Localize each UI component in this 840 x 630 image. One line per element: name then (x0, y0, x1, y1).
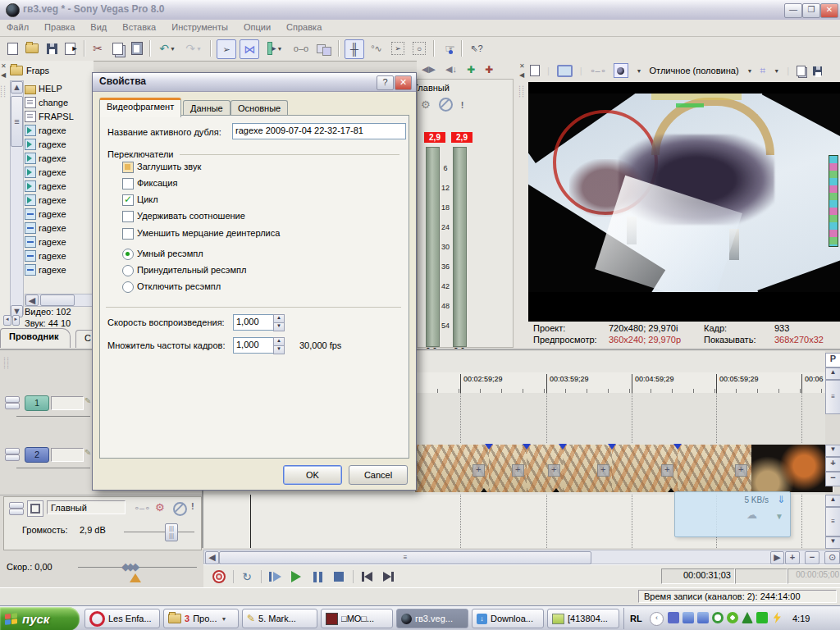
copy-icon[interactable] (108, 39, 126, 57)
end-time-display[interactable]: 00:00:05;00 (788, 568, 840, 584)
selection-time-display[interactable] (735, 568, 788, 584)
checkbox-loop-label[interactable]: Цикл (137, 194, 158, 204)
radio-force-resample[interactable] (122, 265, 134, 276)
edit-cursor[interactable] (250, 495, 251, 548)
list-item[interactable]: ragexe (25, 180, 92, 193)
close-button[interactable]: ✕ (820, 3, 838, 18)
framerate-mult-input[interactable]: 1,000 (233, 337, 274, 354)
marker-tool-button[interactable]: P (825, 353, 840, 368)
go-start-button[interactable] (358, 568, 376, 585)
chevron-down-icon[interactable]: ▼ (747, 68, 753, 74)
tray-network-icon[interactable] (697, 612, 709, 623)
pan-crop-icon[interactable] (548, 464, 560, 477)
checkbox-mute-label[interactable]: Заглушить звук (137, 162, 201, 171)
undo-icon[interactable]: ↶▼ (156, 39, 179, 57)
list-item[interactable]: ragexe (25, 138, 92, 151)
menu-view[interactable]: Вид (84, 20, 113, 32)
chevron-down-icon[interactable]: ▼ (774, 68, 779, 74)
track-name-field[interactable] (51, 396, 84, 410)
minimize-track-icon[interactable] (5, 448, 20, 454)
bus-name-field[interactable]: Главный (47, 500, 126, 514)
minimize-bus-icon[interactable] (9, 502, 24, 509)
event-properties-icon[interactable] (530, 65, 540, 76)
dialog-title-bar[interactable]: Свойства ? ✕ (93, 73, 416, 92)
save-frame-icon[interactable] (813, 66, 822, 75)
tray-collapse-icon[interactable]: ‹ (650, 612, 664, 626)
zoom-in-track-button[interactable]: + (825, 457, 840, 472)
track-number-badge[interactable]: 1 (25, 395, 49, 411)
normal-edit-tool-icon[interactable]: ➢ (217, 39, 236, 59)
record-button[interactable] (210, 568, 228, 585)
radio-disable-resample[interactable] (122, 281, 134, 293)
pan-crop-icon[interactable] (597, 464, 609, 477)
list-item[interactable]: ragexe (25, 263, 92, 276)
maximize-bus-icon[interactable] (9, 509, 24, 515)
automation-gear-icon[interactable]: ⚙ (155, 502, 165, 513)
task-button-opera[interactable]: Les Enfa... (84, 609, 160, 628)
tray-ring-icon[interactable] (712, 612, 724, 623)
track-lock-icon[interactable]: ✎ (84, 396, 91, 405)
paste-icon[interactable] (128, 39, 146, 57)
stop-button[interactable] (330, 568, 348, 585)
save-icon[interactable] (43, 39, 61, 57)
scroll-down-icon[interactable]: ▼ (825, 445, 840, 457)
overlay-grid-icon[interactable]: ⌗ (760, 65, 766, 76)
lock-envelopes-icon[interactable]: o–o (292, 39, 310, 57)
tray-lightning-icon[interactable] (771, 612, 783, 623)
playback-rate-input[interactable]: 1,000 (233, 314, 274, 331)
checkbox-maintain-aspect-label[interactable]: Удерживать соотношение (137, 211, 245, 221)
envelope-points-icon[interactable]: °∿ (368, 39, 386, 57)
insert-fx-icon[interactable]: ✚ (467, 64, 475, 75)
timeline-clip-segment[interactable] (678, 445, 752, 492)
restore-button[interactable]: ❐ (802, 3, 820, 18)
scroll-thumb[interactable]: ≡ (825, 507, 840, 536)
hand-tool-icon[interactable]: ☞ (440, 39, 458, 57)
menu-file[interactable]: Файл (0, 20, 35, 32)
checkbox-reduce-flicker-label[interactable]: Уменшить мерцание деинтерлиса (137, 228, 280, 238)
loop-playback-button[interactable]: ↻ (238, 568, 256, 585)
solo-icon[interactable]: ! (461, 100, 464, 110)
panel-resize-buttons[interactable]: ◂▸ (3, 315, 20, 325)
timeline-clip-segment[interactable] (612, 445, 678, 492)
dock-grip[interactable]: :::::: (5, 357, 8, 369)
mute-icon[interactable] (439, 98, 453, 112)
scroll-down-icon[interactable]: ▼ (825, 536, 840, 549)
spin-down-icon[interactable]: ▼ (273, 345, 285, 354)
download-overlay[interactable]: 5 KB/s ⇓ ☁ ▼ (674, 491, 791, 537)
chevron-down-icon[interactable]: ▼ (637, 68, 642, 74)
list-item[interactable]: change (25, 96, 92, 109)
peak-label-left[interactable]: 2,9 (424, 132, 445, 143)
rate-slider-track[interactable] (78, 567, 197, 568)
external-monitor-icon[interactable] (557, 65, 573, 77)
zoom-tool-icon[interactable]: ⊙ (824, 551, 840, 564)
explorer-undock-icon[interactable]: ◀ (1, 71, 8, 79)
volume-slider-track[interactable] (124, 532, 194, 532)
list-item[interactable]: ragexe (25, 152, 92, 165)
play-from-start-button[interactable] (266, 568, 284, 585)
pan-crop-icon[interactable] (735, 464, 747, 477)
checkbox-maintain-aspect[interactable] (122, 211, 134, 222)
dock-grip[interactable]: :::::: (520, 85, 523, 98)
zoom-out-time-button[interactable]: − (805, 551, 819, 564)
radio-smart-resample[interactable] (122, 249, 134, 260)
menu-insert[interactable]: Вставка (116, 20, 162, 32)
whats-this-help-icon[interactable]: ⇖? (468, 39, 486, 57)
track-name-field[interactable] (51, 448, 84, 462)
snapping-icon[interactable]: ╫ (345, 39, 364, 59)
spin-down-icon[interactable]: ▼ (273, 322, 285, 331)
go-end-button[interactable] (379, 568, 397, 585)
open-project-icon[interactable] (23, 39, 41, 57)
solo-icon[interactable]: ! (191, 501, 194, 511)
list-item[interactable]: ragexe (25, 194, 92, 207)
maximize-track-icon[interactable] (5, 454, 20, 461)
preview-close-icon[interactable]: ✕ (519, 62, 525, 70)
ripple-edit-icon[interactable]: ▸▼ (262, 39, 287, 57)
pan-crop-icon[interactable] (472, 464, 485, 477)
play-button[interactable] (287, 568, 305, 585)
preview-quality-select[interactable]: Отличное (половина) (650, 66, 739, 75)
timeline-marker-icon[interactable] (485, 444, 493, 450)
timeline-marker-icon[interactable] (523, 444, 531, 450)
scroll-thumb[interactable]: ≡ (11, 96, 23, 147)
ok-button[interactable]: OK (283, 465, 342, 485)
list-item[interactable]: ragexe (25, 221, 92, 235)
